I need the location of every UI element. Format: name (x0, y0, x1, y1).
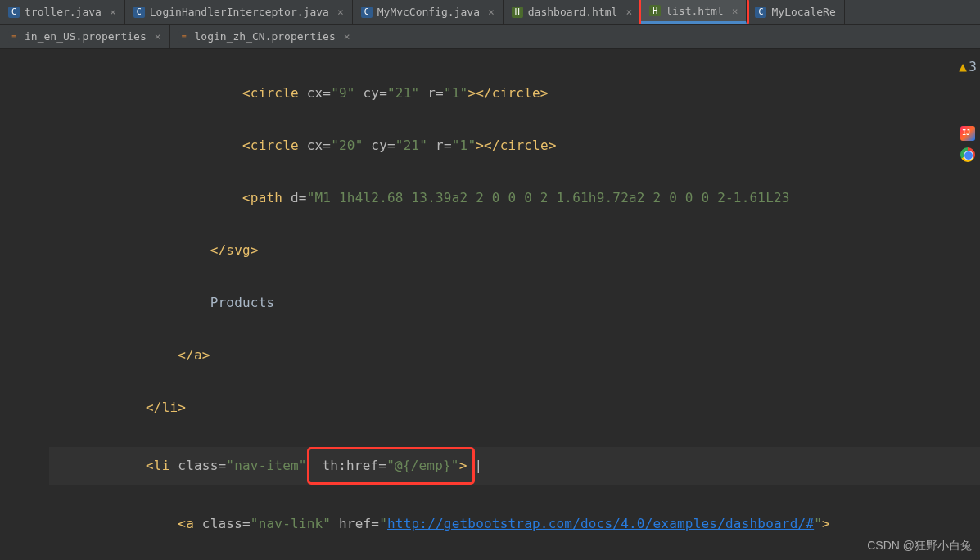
tab-label: dashboard.html (528, 6, 618, 18)
close-icon[interactable]: × (337, 6, 344, 18)
html-icon: H (649, 5, 661, 16)
intellij-icon[interactable] (960, 126, 975, 141)
tab-login-zh-cn-properties[interactable]: ≡ login_zh_CN.properties × (170, 25, 359, 48)
highlight-box-code: th:href="@{/emp}"> (307, 447, 475, 485)
close-icon[interactable]: × (155, 30, 161, 43)
tab-list-html[interactable]: H list.html × (641, 0, 747, 24)
tab-label: in_en_US.properties (25, 30, 147, 43)
tab-in-en-us-properties[interactable]: ≡ in_en_US.properties × (0, 25, 170, 48)
highlight-box-tab: H list.html × (639, 0, 749, 25)
tab-label: login_zh_CN.properties (195, 30, 336, 43)
code-editor[interactable]: ▲ 3 <circle cx="9" cy="21" r="1"></circl… (0, 49, 980, 560)
properties-icon: ≡ (178, 31, 190, 43)
tab-label: MyLocaleRe (771, 6, 835, 18)
tab-label: LoginHandlerInterceptor.java (150, 6, 329, 18)
java-icon: C (133, 7, 145, 18)
tab-label: list.html (666, 5, 723, 17)
tab-label: MyMvcConfig.java (377, 6, 480, 18)
tab-bar-row2: ≡ in_en_US.properties × ≡ login_zh_CN.pr… (0, 25, 980, 49)
tab-bar-row1: C troller.java × C LoginHandlerIntercept… (0, 0, 980, 25)
code-content[interactable]: <circle cx="9" cy="21" r="1"></circle> <… (0, 54, 980, 560)
chrome-icon[interactable] (960, 147, 975, 162)
tab-mymvcconfig-java[interactable]: C MyMvcConfig.java × (353, 0, 504, 24)
link-url[interactable]: http://getbootstrap.com/docs/4.0/example… (387, 516, 814, 531)
java-icon: C (755, 7, 766, 18)
close-icon[interactable]: × (344, 30, 350, 43)
watermark: CSDN @狂野小白兔 (867, 539, 972, 553)
tab-loginhandlerinterceptor-java[interactable]: C LoginHandlerInterceptor.java × (125, 0, 353, 24)
warning-icon[interactable]: ▲ (959, 54, 967, 80)
right-gutter-icons: ▲ 3 (959, 54, 977, 162)
close-icon[interactable]: × (732, 5, 738, 17)
tab-troller-java[interactable]: C troller.java × (0, 0, 125, 24)
tab-mylocalere-java[interactable]: C MyLocaleRe (747, 0, 844, 24)
properties-icon: ≡ (8, 31, 20, 43)
java-icon: C (8, 7, 20, 18)
close-icon[interactable]: × (110, 6, 116, 18)
close-icon[interactable]: × (625, 6, 632, 18)
tab-label: troller.java (25, 6, 102, 18)
html-icon: H (512, 7, 523, 18)
close-icon[interactable]: × (488, 6, 495, 18)
warning-count: 3 (969, 54, 977, 80)
text-products: Products (210, 295, 275, 310)
tab-dashboard-html[interactable]: H dashboard.html × (504, 0, 641, 24)
java-icon: C (361, 7, 373, 18)
